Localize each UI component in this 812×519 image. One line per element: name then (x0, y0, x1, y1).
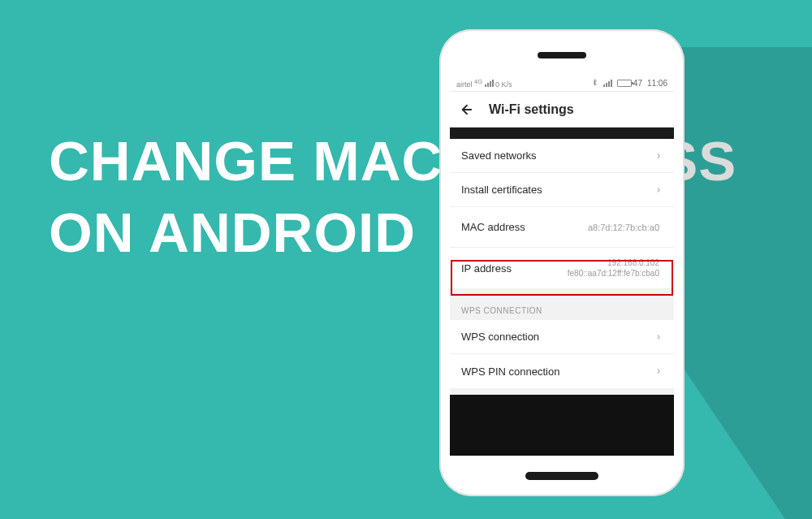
row-mac-address[interactable]: MAC address a8:7d:12:7b:cb:a0 (450, 207, 674, 248)
chevron-right-icon (654, 367, 663, 375)
row-label: WPS connection (461, 331, 539, 343)
settings-group-1: Saved networks Install certificates MAC … (450, 139, 674, 288)
divider-bar (450, 128, 674, 139)
row-wps-connection[interactable]: WPS connection (450, 320, 674, 354)
phone-mockup: airtel 4G 0 K/s 47 11:06 Wi-Fi settings (439, 29, 685, 496)
spacer (450, 388, 674, 395)
row-label: Saved networks (461, 149, 537, 162)
row-label: WPS PIN connection (461, 365, 559, 378)
clock: 11:06 (647, 79, 667, 88)
bluetooth-icon (591, 78, 598, 89)
phone-speaker (538, 52, 586, 58)
ip-address-value: 192.168.0.102 fe80::aa7d:12ff:fe7b:cba0 (512, 257, 663, 279)
spacer (450, 288, 674, 295)
row-wps-pin-connection[interactable]: WPS PIN connection (450, 354, 674, 388)
row-install-certificates[interactable]: Install certificates (450, 173, 674, 207)
settings-group-2: WPS connection WPS PIN connection (450, 320, 674, 388)
title-bar: Wi-Fi settings (450, 92, 674, 128)
battery-indicator: 47 (617, 79, 642, 88)
phone-screen: airtel 4G 0 K/s 47 11:06 Wi-Fi settings (450, 76, 674, 456)
page-title: Wi-Fi settings (489, 102, 574, 117)
back-arrow-icon[interactable] (460, 102, 474, 117)
row-saved-networks[interactable]: Saved networks (450, 139, 674, 173)
signal-icon (485, 80, 494, 87)
mac-address-value: a8:7d:12:7b:cb:a0 (525, 223, 663, 232)
section-label-wps: WPS CONNECTION (450, 295, 674, 320)
chevron-right-icon (654, 186, 663, 194)
signal-icon (603, 80, 612, 87)
bottom-bar (450, 395, 674, 456)
chevron-right-icon (654, 333, 663, 341)
status-bar: airtel 4G 0 K/s 47 11:06 (450, 76, 674, 92)
row-label: MAC address (461, 221, 525, 233)
home-button[interactable] (525, 472, 598, 480)
carrier-label: airtel 4G 0 K/s (456, 78, 512, 89)
chevron-right-icon (654, 152, 663, 160)
row-ip-address[interactable]: IP address 192.168.0.102 fe80::aa7d:12ff… (450, 248, 674, 288)
row-label: IP address (461, 262, 512, 275)
row-label: Install certificates (461, 184, 542, 196)
